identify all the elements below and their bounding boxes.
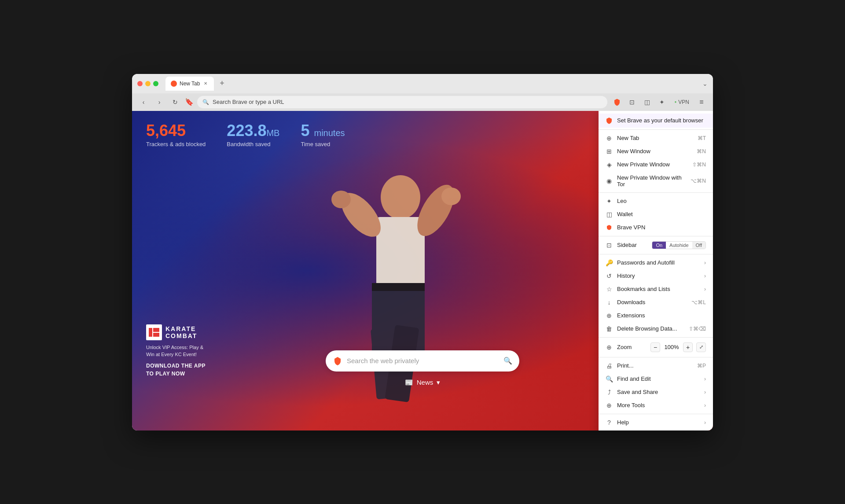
new-private-item[interactable]: ◈ New Private Window ⇧⌘N <box>599 158 713 171</box>
forward-button[interactable]: › <box>153 96 165 108</box>
new-window-label: New Window <box>617 148 692 155</box>
shield-button[interactable] <box>611 96 623 108</box>
downloads-label: Downloads <box>617 299 687 305</box>
search-bar[interactable]: Search the web privately 🔍 <box>326 350 519 372</box>
zoom-minus-button[interactable]: − <box>650 342 660 352</box>
sidebar-autohide-option[interactable]: Autohide <box>666 242 692 249</box>
maximize-button[interactable] <box>153 81 158 86</box>
print-icon: 🖨 <box>606 362 613 369</box>
new-tab-item[interactable]: ⊕ New Tab ⌘T <box>599 132 713 145</box>
back-button[interactable]: ‹ <box>137 96 150 108</box>
set-default-item[interactable]: Set Brave as your default browser <box>599 114 713 128</box>
private-window-icon: ◈ <box>606 161 613 168</box>
help-icon: ? <box>606 419 613 426</box>
extensions-label: Extensions <box>617 312 706 319</box>
new-window-icon: ⊞ <box>606 148 613 155</box>
news-chevron-icon: ▾ <box>437 379 440 386</box>
passwords-icon: 🔑 <box>606 259 613 266</box>
tab-label: New Tab <box>180 81 200 87</box>
settings-item[interactable]: ⚙ Settings ⌘, <box>599 429 713 430</box>
new-private-label: New Private Window <box>617 161 688 168</box>
passwords-item[interactable]: 🔑 Passwords and Autofill › <box>599 256 713 269</box>
dropdown-menu: Set Brave as your default browser ⊕ New … <box>599 111 713 430</box>
new-tab-button[interactable]: + <box>216 77 228 90</box>
trackers-value: 5,645 <box>146 121 206 140</box>
sidebar-item[interactable]: ⊡ Sidebar On Autohide Off <box>599 238 713 252</box>
bookmark-icon: 🔖 <box>185 98 194 106</box>
find-edit-icon: 🔍 <box>606 375 613 383</box>
bookmarks-item[interactable]: ☆ Bookmarks and Lists › <box>599 283 713 296</box>
tab-expand-button[interactable]: ⌄ <box>702 80 708 87</box>
sidebar-off-option[interactable]: Off <box>692 242 705 249</box>
search-icon: 🔍 <box>202 99 209 105</box>
svg-point-5 <box>441 188 461 205</box>
divider-5 <box>599 337 713 338</box>
brave-vpn-item[interactable]: Brave VPN <box>599 221 713 234</box>
new-tab-shortcut: ⌘T <box>698 135 706 141</box>
karate-logo-icon <box>148 326 160 338</box>
sidebar-icon: ⊡ <box>629 99 635 106</box>
more-tools-item[interactable]: ⊕ More Tools › <box>599 399 713 412</box>
new-window-item[interactable]: ⊞ New Window ⌘N <box>599 145 713 158</box>
downloads-item[interactable]: ↓ Downloads ⌥⌘L <box>599 296 713 309</box>
wallet-button[interactable]: ◫ <box>641 96 653 108</box>
tab-close-button[interactable]: ✕ <box>202 81 209 87</box>
set-default-label: Set Brave as your default browser <box>617 117 706 124</box>
divider-6 <box>599 357 713 357</box>
minimize-button[interactable] <box>145 81 151 86</box>
url-bar[interactable]: 🔍 Search Brave or type a URL <box>197 96 607 108</box>
trackers-label: Trackers & ads blocked <box>146 141 206 147</box>
new-private-tor-item[interactable]: ◉ New Private Window with Tor ⌥⌘N <box>599 171 713 191</box>
wallet-menu-icon: ◫ <box>606 211 613 218</box>
search-placeholder: Search the web privately <box>347 357 499 364</box>
divider-1 <box>599 129 713 130</box>
wallet-item[interactable]: ◫ Wallet <box>599 208 713 221</box>
bookmarks-arrow-icon: › <box>704 286 706 292</box>
bookmark-button[interactable]: 🔖 <box>185 98 194 106</box>
zoom-plus-button[interactable]: + <box>683 342 693 352</box>
active-tab[interactable]: New Tab ✕ <box>165 77 214 91</box>
save-share-label: Save and Share <box>617 389 700 395</box>
find-edit-item[interactable]: 🔍 Find and Edit › <box>599 372 713 386</box>
history-item[interactable]: ↺ History › <box>599 269 713 283</box>
zoom-label: Zoom <box>617 344 646 350</box>
main-content: 5,645 Trackers & ads blocked 223.8MB Ban… <box>132 111 713 430</box>
vpn-button[interactable]: ● VPN <box>671 97 693 107</box>
back-icon: ‹ <box>143 99 145 106</box>
title-bar: New Tab ✕ + ⌄ <box>132 74 713 93</box>
svg-point-4 <box>331 191 351 208</box>
delete-browsing-label: Delete Browsing Data... <box>617 325 684 332</box>
vpn-dot-icon: ● <box>674 100 676 104</box>
time-label: Time saved <box>301 141 345 147</box>
bandwidth-label: Bandwidth saved <box>227 141 279 147</box>
save-share-icon: ⤴ <box>606 389 613 396</box>
hamburger-menu-button[interactable]: ≡ <box>695 96 708 108</box>
print-label: Print... <box>617 362 693 369</box>
sidebar-toggle-button[interactable]: ⊡ <box>626 96 638 108</box>
news-bar[interactable]: 📰 News ▾ <box>405 379 441 386</box>
reload-button[interactable]: ↻ <box>169 96 181 108</box>
close-button[interactable] <box>137 81 143 86</box>
extensions-item[interactable]: ⊕ Extensions <box>599 309 713 322</box>
save-share-item[interactable]: ⤴ Save and Share › <box>599 386 713 399</box>
delete-browsing-item[interactable]: 🗑 Delete Browsing Data... ⇧⌘⌫ <box>599 322 713 335</box>
print-item[interactable]: 🖨 Print... ⌘P <box>599 359 713 372</box>
svg-rect-10 <box>149 328 152 337</box>
leo-button[interactable]: ✦ <box>656 96 668 108</box>
stats-bar: 5,645 Trackers & ads blocked 223.8MB Ban… <box>146 121 345 147</box>
zoom-expand-button[interactable]: ⤢ <box>696 342 706 352</box>
time-stat: 5 minutes Time saved <box>301 121 345 147</box>
new-tab-label: New Tab <box>617 135 693 141</box>
traffic-lights <box>137 81 158 86</box>
svg-rect-11 <box>153 328 159 332</box>
wallet-icon: ◫ <box>644 99 650 106</box>
leo-item[interactable]: ✦ Leo <box>599 195 713 208</box>
more-tools-icon: ⊕ <box>606 402 613 409</box>
sidebar-menu-icon: ⊡ <box>606 242 613 249</box>
divider-3 <box>599 236 713 236</box>
help-item[interactable]: ? Help › <box>599 416 713 429</box>
search-submit-icon[interactable]: 🔍 <box>503 357 512 365</box>
save-share-arrow-icon: › <box>704 389 706 395</box>
sidebar-on-option[interactable]: On <box>652 242 666 249</box>
tab-favicon <box>171 81 177 87</box>
